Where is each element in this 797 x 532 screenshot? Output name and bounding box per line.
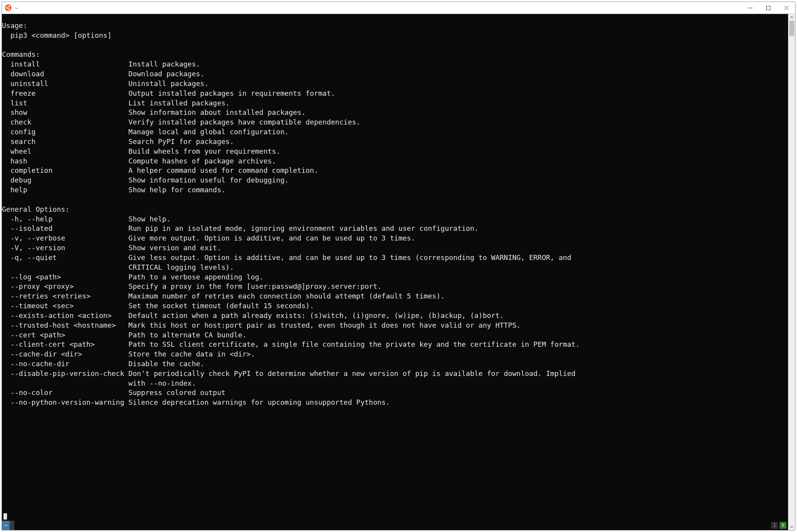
vertical-scrollbar[interactable] [788, 14, 795, 530]
scroll-up-button[interactable] [788, 14, 795, 21]
svg-point-3 [9, 5, 10, 7]
window-frame: ~ Usage: pip3 <command> [options] Comman… [2, 2, 795, 530]
status-segment [10, 521, 14, 530]
maximize-button[interactable] [759, 2, 777, 14]
minimize-button[interactable] [741, 2, 759, 14]
svg-point-4 [9, 9, 10, 10]
ubuntu-icon [5, 4, 12, 11]
scroll-down-button[interactable] [788, 523, 795, 530]
window-title: ~ [15, 5, 18, 11]
status-badge-2: 0 [779, 522, 786, 529]
close-button[interactable] [777, 2, 795, 14]
scroll-thumb[interactable] [789, 21, 794, 36]
status-badge-1: 1 [771, 522, 778, 529]
svg-rect-6 [766, 6, 770, 10]
prompt-line[interactable] [2, 512, 788, 521]
cursor-block [4, 513, 7, 520]
titlebar[interactable]: ~ [2, 2, 795, 14]
scroll-track[interactable] [788, 21, 795, 523]
statusbar: ~ 1 0 [2, 521, 788, 530]
svg-point-2 [5, 7, 7, 8]
status-cwd: ~ [2, 521, 10, 530]
terminal-output[interactable]: Usage: pip3 <command> [options] Commands… [2, 21, 788, 505]
